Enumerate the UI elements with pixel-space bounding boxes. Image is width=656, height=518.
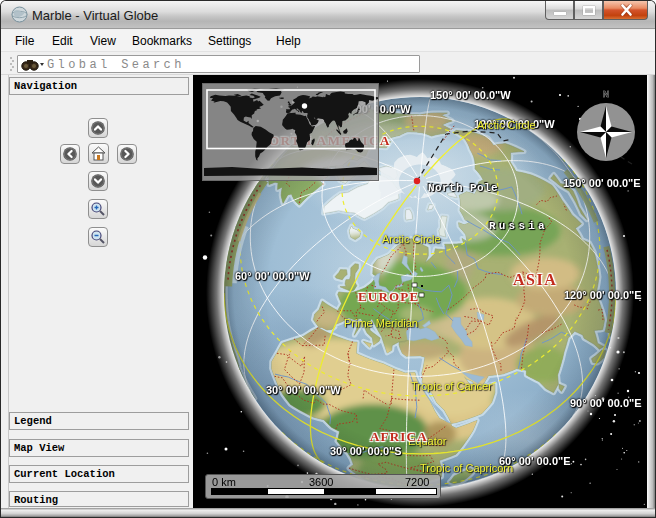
svg-text:N: N — [603, 89, 610, 99]
